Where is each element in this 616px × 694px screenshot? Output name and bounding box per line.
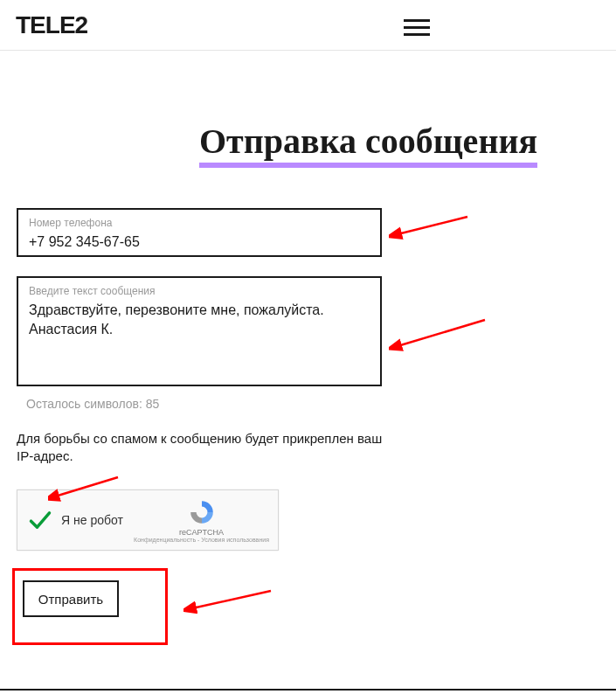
chars-remaining: Осталось символов: 85 — [26, 397, 159, 411]
annotation-arrow-icon — [389, 210, 476, 245]
recaptcha-logo-icon — [188, 498, 216, 526]
svg-line-0 — [398, 217, 467, 234]
phone-input[interactable] — [29, 232, 370, 252]
header: TELE2 — [0, 0, 616, 51]
message-field[interactable]: Введите текст сообщения — [17, 276, 382, 386]
menu-burger-icon[interactable] — [404, 19, 430, 37]
recaptcha-label: Я не робот — [61, 513, 123, 527]
svg-line-1 — [398, 320, 485, 346]
page-title: Отправка сообщения — [199, 122, 537, 168]
spam-notice: Для борьбы со спамом к сообщению будет п… — [17, 430, 392, 466]
svg-line-3 — [192, 591, 271, 608]
recaptcha-legal-text: Конфиденциальность - Условия использован… — [134, 537, 269, 543]
logo-tele2: TELE2 — [16, 11, 87, 39]
annotation-arrow-icon — [389, 313, 494, 357]
phone-field[interactable]: Номер телефона — [17, 208, 382, 257]
footer-divider — [0, 689, 616, 691]
recaptcha-brand: reCAPTCHA Конфиденциальность - Условия и… — [134, 498, 278, 543]
recaptcha-brand-text: reCAPTCHA — [134, 528, 269, 537]
recaptcha-checkmark-icon — [28, 508, 52, 532]
message-label: Введите текст сообщения — [29, 285, 370, 297]
submit-button[interactable]: Отправить — [23, 580, 119, 617]
message-textarea[interactable] — [29, 301, 370, 376]
annotation-arrow-icon — [183, 584, 280, 619]
phone-label: Номер телефона — [29, 217, 370, 229]
recaptcha-widget[interactable]: Я не робот reCAPTCHA Конфиденциальность … — [17, 489, 279, 551]
